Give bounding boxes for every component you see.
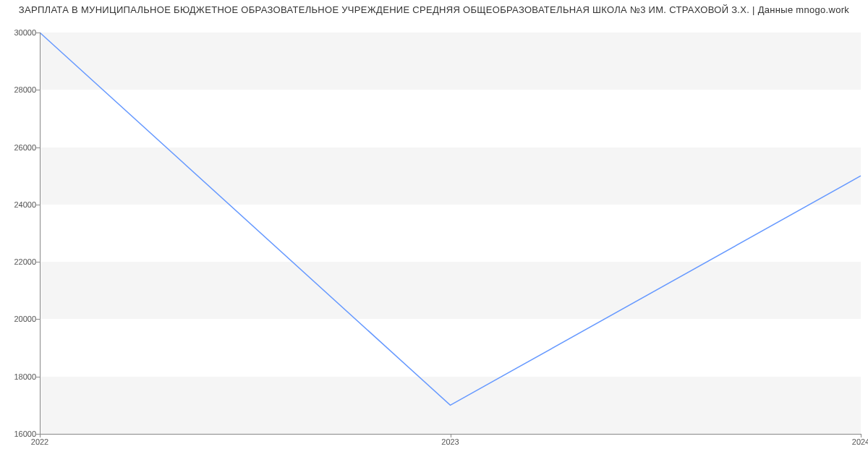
series-line — [40, 33, 861, 405]
y-tick-label: 22000 — [7, 257, 36, 266]
line-layer — [40, 33, 861, 434]
x-tick-label: 2023 — [441, 437, 459, 446]
x-tick-label: 2022 — [31, 437, 48, 446]
plot-area — [40, 33, 861, 434]
y-tick-label: 30000 — [7, 28, 36, 37]
y-axis-line — [40, 33, 41, 434]
y-tick-label: 18000 — [7, 372, 36, 381]
y-tick-label: 20000 — [7, 315, 36, 323]
y-tick-label: 24000 — [7, 200, 36, 209]
chart-title: ЗАРПЛАТА В МУНИЦИПАЛЬНОЕ БЮДЖЕТНОЕ ОБРАЗ… — [0, 4, 868, 15]
y-tick-label: 26000 — [7, 143, 36, 152]
x-tick-label: 2024 — [852, 437, 868, 446]
y-tick-label: 28000 — [7, 85, 36, 94]
x-tick-mark — [861, 434, 861, 437]
x-axis-line — [40, 434, 861, 435]
